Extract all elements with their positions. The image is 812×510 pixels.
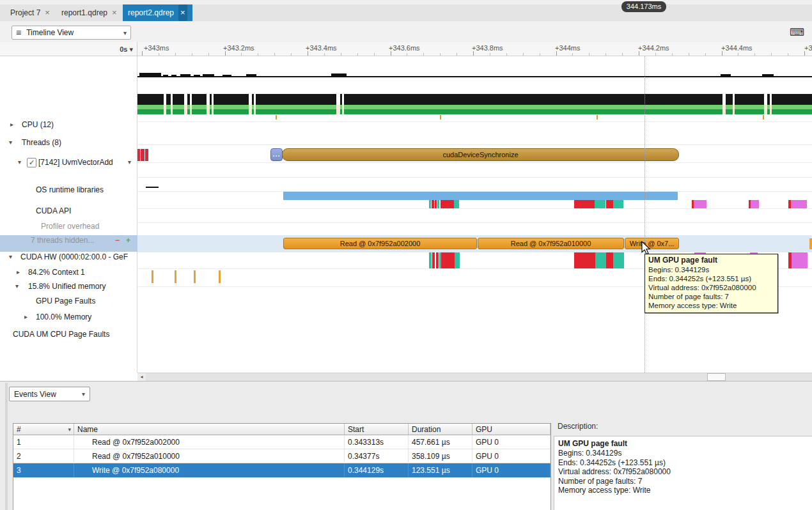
close-icon[interactable]: × bbox=[178, 4, 187, 21]
ruler-tick-mark bbox=[722, 51, 722, 56]
sidebar-item-label: 100.0% Memory bbox=[36, 312, 91, 322]
tab-report1[interactable]: report1.qdrep× bbox=[56, 4, 122, 21]
ruler-tick-label: +344.4ms bbox=[721, 44, 753, 52]
column-header-gpu[interactable]: GPU bbox=[472, 424, 550, 435]
table-cell[interactable]: Write @ 0x7f952a080000 bbox=[74, 463, 345, 477]
tree-collapse-icon[interactable]: ▾ bbox=[15, 281, 19, 291]
table-cell[interactable]: 1 bbox=[13, 435, 74, 449]
timeline-segment bbox=[283, 192, 678, 200]
remove-threads-icon[interactable]: − bbox=[115, 235, 120, 245]
sidebar-item-cuda-um-cpu-page-faults[interactable]: CUDA UM CPU Page Faults bbox=[0, 329, 137, 339]
table-cell[interactable]: 2 bbox=[13, 449, 74, 463]
timeline-cursor-line bbox=[644, 56, 645, 373]
chevron-down-icon[interactable]: ▾ bbox=[128, 157, 131, 167]
sidebar-item-7142-uvmvectoradd[interactable]: ▾✓[7142] UvmVectorAdd▾ bbox=[0, 157, 137, 167]
timeline-segment bbox=[722, 105, 726, 114]
table-row[interactable]: 3Write @ 0x7f952a0800000.344129s123.551 … bbox=[13, 463, 550, 477]
timeline-segment bbox=[336, 94, 340, 105]
table-cell[interactable]: 457.661 µs bbox=[409, 435, 472, 449]
events-table[interactable]: #▾NameStartDurationGPU1Read @ 0x7f952a00… bbox=[13, 423, 551, 510]
table-cell[interactable]: 358.109 µs bbox=[409, 449, 472, 463]
column-header-duration[interactable]: Duration bbox=[409, 424, 472, 435]
sidebar-item-gpu-page-faults[interactable]: GPU Page Faults bbox=[0, 296, 137, 306]
close-icon[interactable]: × bbox=[45, 4, 50, 21]
sidebar-item-label: 15.8% Unified memory bbox=[28, 281, 105, 291]
sidebar-item-profiler-overhead[interactable]: Profiler overhead bbox=[0, 221, 137, 231]
table-cell[interactable]: 0.34377s bbox=[345, 449, 409, 463]
tree-collapse-icon[interactable]: ▾ bbox=[9, 252, 12, 262]
timeline-segment bbox=[574, 252, 595, 268]
sidebar-item-cuda-hw-0000-02-00-0-gef[interactable]: ▾CUDA HW (0000:02:00.0 - GeF bbox=[0, 252, 137, 262]
table-cell[interactable]: GPU 0 bbox=[472, 449, 550, 463]
table-cell[interactable]: 3 bbox=[13, 463, 74, 477]
ruler-tick-mark bbox=[258, 53, 258, 56]
add-threads-icon[interactable]: + bbox=[126, 235, 130, 245]
table-cell[interactable]: GPU 0 bbox=[472, 463, 550, 477]
timeline-canvas[interactable]: ...cudaDeviceSynchronizeRead @ 0x7f952a0… bbox=[137, 56, 812, 373]
nsight-systems-window: Project 7× report1.qdrep× report2.qdrep×… bbox=[0, 0, 812, 510]
thread-checkbox[interactable]: ✓ bbox=[27, 158, 36, 167]
table-cell[interactable]: Read @ 0x7f952a010000 bbox=[74, 449, 345, 463]
description-title: UM GPU page fault bbox=[558, 439, 808, 449]
tree-collapse-icon[interactable]: ▾ bbox=[9, 137, 12, 148]
ruler-tick-mark bbox=[622, 53, 623, 56]
tooltip-line: Number of page faults: 7 bbox=[648, 292, 774, 301]
column-header-start[interactable]: Start bbox=[345, 424, 409, 435]
scroll-left-arrow-icon[interactable]: ◂ bbox=[137, 373, 146, 381]
timeline-event-bar[interactable]: Write @ 0x7... bbox=[625, 238, 679, 249]
timeline-segment bbox=[432, 200, 434, 208]
tree-expand-icon[interactable]: ▸ bbox=[17, 267, 20, 277]
close-icon[interactable]: × bbox=[112, 4, 117, 21]
sidebar-item-cpu-12[interactable]: ▸CPU (12) bbox=[0, 120, 137, 130]
timeline-segment bbox=[175, 270, 176, 283]
timeline-segment bbox=[207, 105, 210, 114]
view-selector-label: Timeline View bbox=[26, 28, 123, 37]
sidebar-item-os-runtime-libraries[interactable]: OS runtime libraries bbox=[0, 185, 137, 195]
timeline-segment bbox=[190, 94, 192, 105]
tree-expand-icon[interactable]: ▸ bbox=[24, 312, 27, 322]
column-header-name[interactable]: Name bbox=[74, 424, 345, 435]
scrollbar-thumb[interactable] bbox=[707, 373, 726, 381]
timeline-segment bbox=[137, 94, 812, 105]
ruler-tick-mark bbox=[689, 53, 689, 56]
ruler-tick-mark bbox=[738, 53, 738, 56]
timeline-view-selector[interactable]: ≡ Timeline View ▾ bbox=[12, 26, 131, 40]
timeline-segment bbox=[751, 200, 759, 208]
timeline-event-bar[interactable]: Read @ 0x7f952a002000 bbox=[283, 238, 477, 249]
sidebar-item-84-2-context-1[interactable]: ▸84.2% Context 1 bbox=[0, 267, 137, 277]
ruler-tick-label: +344.2ms bbox=[638, 44, 669, 52]
ruler-origin[interactable]: 0s ▾ bbox=[0, 42, 137, 56]
ruler-tick-mark bbox=[672, 53, 673, 56]
table-cell[interactable]: 0.343313s bbox=[345, 435, 409, 449]
sidebar-item-100-0-memory[interactable]: ▸100.0% Memory bbox=[0, 312, 137, 322]
keyboard-icon[interactable]: ⌨ bbox=[790, 26, 804, 38]
sidebar-item-cuda-api[interactable]: CUDA API bbox=[0, 206, 137, 216]
timeline-segment bbox=[435, 200, 437, 208]
sidebar-item-15-8-unified-memory[interactable]: ▾15.8% Unified memory bbox=[0, 281, 137, 291]
events-view-selector[interactable]: Events View ▾ bbox=[9, 387, 90, 401]
tab-label: Project 7 bbox=[10, 8, 40, 17]
table-cell[interactable]: GPU 0 bbox=[472, 435, 550, 449]
timeline-segment bbox=[454, 200, 459, 208]
tree-expand-icon[interactable]: ▸ bbox=[10, 120, 13, 130]
sidebar-item-7-threads-hidden[interactable]: 7 threads hidden...−+ bbox=[0, 235, 137, 245]
horizontal-scrollbar[interactable]: ◂ bbox=[137, 373, 812, 381]
timeline-segment bbox=[331, 73, 347, 77]
ruler-tick-mark bbox=[572, 53, 573, 56]
column-header-[interactable]: #▾ bbox=[13, 424, 74, 435]
timeline-event-bar[interactable]: cudaDeviceSynchronize bbox=[282, 148, 679, 161]
timeline-event-bar[interactable]: Read @ 0x7f952a010000 bbox=[478, 238, 624, 249]
tree-collapse-icon[interactable]: ▾ bbox=[18, 157, 21, 167]
table-cell[interactable]: 0.344129s bbox=[345, 463, 409, 477]
table-row[interactable]: 2Read @ 0x7f952a0100000.34377s358.109 µs… bbox=[13, 449, 550, 463]
timeline-event-bar[interactable]: ... bbox=[270, 148, 283, 161]
table-cell[interactable]: 123.551 µs bbox=[409, 463, 472, 477]
tab-report2-active[interactable]: report2.qdrep× bbox=[123, 4, 192, 21]
tab-project[interactable]: Project 7× bbox=[5, 4, 55, 21]
table-row[interactable]: 1Read @ 0x7f952a0020000.343313s457.661 µ… bbox=[13, 435, 550, 449]
ruler-tick-mark bbox=[241, 53, 242, 56]
sort-indicator-icon[interactable]: ▾ bbox=[68, 424, 71, 435]
toolbar: ≡ Timeline View ▾ ⌨ bbox=[0, 21, 812, 42]
table-cell[interactable]: Read @ 0x7f952a002000 bbox=[74, 435, 345, 449]
sidebar-item-threads-8[interactable]: ▾Threads (8) bbox=[0, 137, 137, 148]
